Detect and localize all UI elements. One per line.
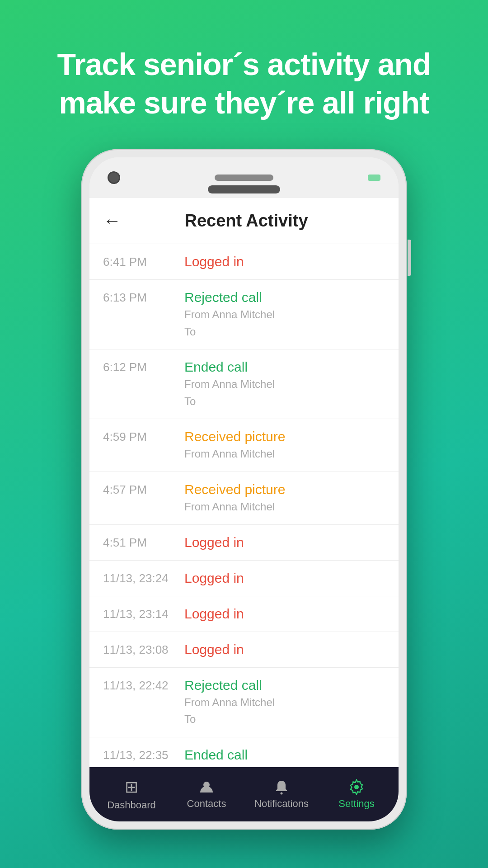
list-item: 4:59 PM Received picture From Anna Mitch…: [89, 419, 399, 472]
dashboard-icon: ⊞: [125, 778, 138, 797]
sensor-icon: [368, 175, 380, 181]
activity-detail: Logged in: [184, 642, 244, 657]
activity-label: Logged in: [184, 254, 244, 269]
settings-icon: [348, 779, 365, 795]
activity-label: Logged in: [184, 571, 244, 586]
list-item: 4:51 PM Logged in: [89, 525, 399, 561]
nav-item-settings[interactable]: Settings: [319, 779, 394, 810]
activity-detail: Ended call From Anna Mitchel To: [184, 359, 275, 409]
activity-sub: To: [184, 712, 275, 727]
camera-icon: [108, 171, 120, 184]
activity-time: 4:57 PM: [103, 482, 175, 497]
activity-sub: To: [184, 394, 275, 409]
svg-point-1: [281, 792, 283, 794]
nav-label-contacts: Contacts: [187, 798, 226, 810]
activity-label: Logged in: [184, 606, 244, 622]
back-button[interactable]: ←: [103, 211, 121, 231]
activity-detail: Logged in: [184, 254, 244, 269]
list-item: 6:41 PM Logged in: [89, 244, 399, 280]
list-item: 11/13, 23:24 Logged in: [89, 561, 399, 596]
activity-detail: Received picture From Anna Mitchel: [184, 482, 285, 514]
nav-item-dashboard[interactable]: ⊞ Dashboard: [94, 778, 169, 811]
list-item: 11/13, 23:14 Logged in: [89, 596, 399, 632]
activity-detail: Logged in: [184, 535, 244, 550]
activity-time: 11/13, 23:14: [103, 606, 175, 621]
activity-list: 6:41 PM Logged in 6:13 PM Rejected call …: [89, 244, 399, 767]
activity-sub: From Anna Mitchel: [184, 307, 275, 322]
nav-label-dashboard: Dashboard: [107, 799, 156, 811]
list-item: 4:57 PM Received picture From Anna Mitch…: [89, 472, 399, 525]
app-screen: ← Recent Activity 6:41 PM Logged in 6:13: [89, 198, 399, 821]
activity-label: Rejected call: [184, 290, 275, 305]
earpiece: [208, 185, 280, 193]
activity-label: Rejected call: [184, 678, 275, 693]
activity-sub: From Anna Mitchel: [184, 695, 275, 710]
activity-time: 11/13, 23:08: [103, 642, 175, 657]
nav-item-contacts[interactable]: Contacts: [169, 779, 244, 810]
activity-label: Received picture: [184, 429, 285, 444]
activity-sub: From Anna Mitchel: [184, 499, 285, 514]
speaker-icon: [215, 175, 273, 181]
activity-detail: Rejected call From Anna Mitchel To: [184, 678, 275, 727]
contacts-icon: [198, 779, 215, 795]
phone-mockup: ← Recent Activity 6:41 PM Logged in 6:13: [81, 149, 407, 830]
list-item: 11/13, 22:35 Ended call: [89, 737, 399, 767]
activity-label: Ended call: [184, 359, 275, 375]
phone-outer: ← Recent Activity 6:41 PM Logged in 6:13: [81, 149, 407, 830]
phone-inner: ← Recent Activity 6:41 PM Logged in 6:13: [89, 157, 399, 821]
bottom-nav: ⊞ Dashboard Contacts: [89, 767, 399, 821]
activity-detail: Rejected call From Anna Mitchel To: [184, 290, 275, 339]
notifications-icon: [273, 779, 290, 795]
list-item: 11/13, 23:08 Logged in: [89, 632, 399, 668]
activity-time: 4:59 PM: [103, 429, 175, 444]
activity-detail: Ended call: [184, 747, 248, 763]
activity-label: Logged in: [184, 535, 244, 550]
app-header: ← Recent Activity: [89, 198, 399, 244]
activity-time: 6:12 PM: [103, 359, 175, 374]
nav-item-notifications[interactable]: Notifications: [244, 779, 319, 810]
activity-time: 11/13, 22:42: [103, 678, 175, 693]
activity-label: Received picture: [184, 482, 285, 497]
list-item: 6:13 PM Rejected call From Anna Mitchel …: [89, 280, 399, 349]
list-item: 11/13, 22:42 Rejected call From Anna Mit…: [89, 668, 399, 737]
nav-label-notifications: Notifications: [254, 798, 309, 810]
activity-time: 4:51 PM: [103, 535, 175, 550]
activity-time: 11/13, 22:35: [103, 747, 175, 762]
hero-text: Track senior´s activity and make sure th…: [0, 45, 488, 122]
activity-sub: From Anna Mitchel: [184, 446, 285, 462]
activity-sub: To: [184, 324, 275, 340]
list-item: 6:12 PM Ended call From Anna Mitchel To: [89, 349, 399, 419]
activity-label: Ended call: [184, 747, 248, 763]
activity-detail: Received picture From Anna Mitchel: [184, 429, 285, 462]
activity-time: 11/13, 23:24: [103, 571, 175, 585]
activity-time: 6:13 PM: [103, 290, 175, 305]
activity-detail: Logged in: [184, 571, 244, 586]
activity-time: 6:41 PM: [103, 254, 175, 269]
side-button: [408, 240, 411, 276]
nav-label-settings: Settings: [338, 798, 375, 810]
svg-point-2: [354, 785, 359, 789]
activity-detail: Logged in: [184, 606, 244, 622]
activity-sub: From Anna Mitchel: [184, 377, 275, 392]
phone-top-bar: [89, 157, 399, 198]
page-title: Recent Activity: [121, 211, 371, 231]
activity-label: Logged in: [184, 642, 244, 657]
